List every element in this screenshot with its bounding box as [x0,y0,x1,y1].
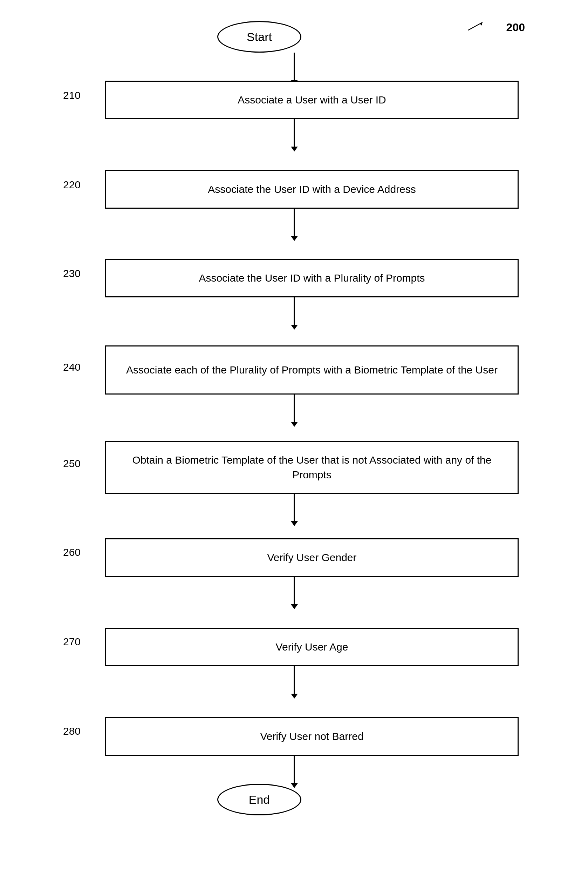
step-260-box: Verify User Gender [105,538,519,577]
step-270-text: Verify User Age [276,640,348,654]
end-label: End [249,793,270,806]
flowchart-diagram: 200 Start 210 Associate a User with a Us… [0,0,588,889]
step-label-240: 240 [63,361,81,373]
step-label-230: 230 [63,268,81,280]
step-250-box: Obtain a Biometric Template of the User … [105,441,519,494]
step-250-text: Obtain a Biometric Template of the User … [113,453,510,482]
step-210-box: Associate a User with a User ID [105,81,519,119]
step-280-box: Verify User not Barred [105,717,519,756]
start-oval: Start [217,21,302,53]
figure-label: 200 [506,21,525,34]
step-label-260: 260 [63,546,81,558]
arrow-270-to-280 [294,666,295,694]
arrow-240-to-250 [294,394,295,423]
step-230-box: Associate the User ID with a Plurality o… [105,259,519,297]
step-label-250: 250 [63,458,81,469]
arrow-210-to-220 [294,119,295,147]
step-240-text: Associate each of the Plurality of Promp… [126,363,498,378]
step-280-text: Verify User not Barred [260,729,363,744]
arrow-280-to-end [294,756,295,784]
step-label-270: 270 [63,636,81,648]
step-230-text: Associate the User ID with a Plurality o… [199,271,425,286]
figure-arrow [465,19,486,33]
arrow-220-to-230 [294,209,295,237]
step-label-220: 220 [63,179,81,191]
step-label-280: 280 [63,725,81,737]
step-260-text: Verify User Gender [267,550,356,565]
arrow-260-to-270 [294,577,295,605]
step-220-box: Associate the User ID with a Device Addr… [105,170,519,209]
step-220-text: Associate the User ID with a Device Addr… [208,182,416,197]
step-label-210: 210 [63,89,81,101]
arrow-start-to-210 [294,53,295,81]
arrow-250-to-260 [294,494,295,522]
start-label: Start [247,30,272,44]
step-270-box: Verify User Age [105,628,519,666]
arrow-230-to-240 [294,297,295,325]
step-240-box: Associate each of the Plurality of Promp… [105,345,519,394]
step-210-text: Associate a User with a User ID [238,93,386,107]
end-oval: End [217,784,302,815]
